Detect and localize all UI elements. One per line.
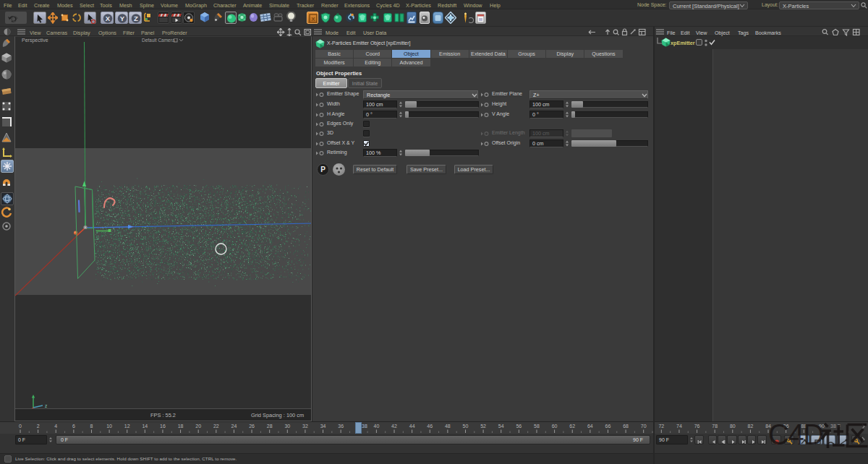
svg-text:80: 80 [730, 424, 736, 429]
svg-text:20: 20 [195, 424, 201, 429]
svg-text:X: X [106, 14, 111, 22]
svg-text:22: 22 [213, 424, 219, 429]
svg-text:68: 68 [623, 424, 629, 429]
svg-text:70: 70 [641, 424, 647, 429]
svg-text:14: 14 [142, 424, 148, 429]
svg-text:X: X [311, 16, 315, 22]
svg-text:24: 24 [231, 424, 237, 429]
svg-text:52: 52 [480, 424, 486, 429]
svg-text:18: 18 [178, 424, 184, 429]
svg-text:34: 34 [320, 424, 326, 429]
svg-text:2: 2 [37, 424, 40, 429]
svg-text:12: 12 [124, 424, 130, 429]
svg-text:50: 50 [463, 424, 469, 429]
svg-text:40: 40 [374, 424, 380, 429]
svg-text:44: 44 [409, 424, 415, 429]
svg-text:C4D: C4D [768, 418, 823, 450]
svg-text:Y: Y [119, 14, 124, 22]
svg-text:10: 10 [106, 424, 112, 429]
svg-text:28: 28 [267, 424, 273, 429]
svg-text:82: 82 [748, 424, 754, 429]
svg-text:48: 48 [445, 424, 451, 429]
svg-text:54: 54 [498, 424, 504, 429]
svg-text:32: 32 [302, 424, 308, 429]
svg-text:42: 42 [391, 424, 397, 429]
svg-text:66: 66 [605, 424, 611, 429]
svg-text:58: 58 [534, 424, 540, 429]
svg-text:62: 62 [569, 424, 575, 429]
svg-text:26: 26 [249, 424, 255, 429]
svg-text:60: 60 [552, 424, 558, 429]
svg-text:56: 56 [516, 424, 522, 429]
svg-text:76: 76 [694, 424, 700, 429]
svg-text:8: 8 [90, 424, 93, 429]
svg-text:z: z [45, 403, 47, 408]
svg-text:0: 0 [19, 424, 22, 429]
svg-text:4: 4 [54, 424, 57, 429]
svg-text:16: 16 [160, 424, 166, 429]
svg-text:72: 72 [658, 424, 664, 429]
svg-text:36: 36 [338, 424, 344, 429]
svg-text:30: 30 [284, 424, 290, 429]
svg-text:64: 64 [587, 424, 593, 429]
svg-text:46: 46 [427, 424, 433, 429]
svg-text:Z: Z [134, 14, 138, 22]
svg-text:74: 74 [676, 424, 682, 429]
svg-text:78: 78 [712, 424, 718, 429]
svg-text:6: 6 [72, 424, 75, 429]
